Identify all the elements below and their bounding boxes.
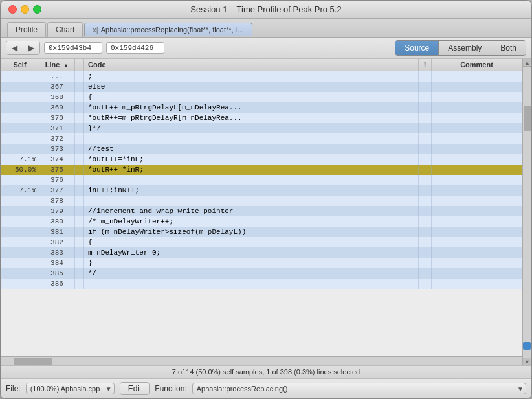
cell-spacer	[75, 206, 84, 216]
cell-self	[1, 227, 39, 237]
cell-self: 7.1%	[1, 154, 39, 165]
file-label: File:	[6, 384, 21, 393]
cell-self	[1, 196, 39, 206]
scroll-up-arrow[interactable]: ▲	[523, 59, 531, 67]
cell-bang	[419, 123, 432, 133]
table-row[interactable]: 373 //test	[1, 144, 522, 154]
cell-code: inL++;inR++;	[84, 185, 419, 196]
horizontal-scroll-thumb[interactable]	[14, 358, 52, 365]
table-row[interactable]: 381 if (m_nDelayWriter>sizeof(m_pDelayL)…	[1, 227, 522, 237]
table-row[interactable]: 50.0%375 *outR++=*inR;	[1, 165, 522, 175]
file-select[interactable]: (100.0%) Aphasia.cpp	[26, 383, 115, 394]
address-field-2[interactable]	[106, 42, 164, 54]
tab-chart[interactable]: Chart	[47, 22, 83, 37]
table-row[interactable]: 369 *outL++=m_pRtrgDelayL[m_nDelayRea...	[1, 102, 522, 113]
cell-bang	[419, 258, 432, 268]
view-btn-group: Source Assembly Both	[395, 40, 526, 56]
table-row[interactable]: 367else	[1, 82, 522, 92]
both-button[interactable]: Both	[491, 41, 526, 55]
cell-code: */	[84, 268, 419, 279]
cell-bang	[419, 247, 432, 258]
cell-self	[1, 258, 39, 268]
scroll-down-arrow[interactable]: ▼	[523, 358, 531, 365]
table-row[interactable]: 378	[1, 196, 522, 206]
table-header: Self Line ▲ Code ! Comment	[1, 59, 522, 71]
cell-spacer	[75, 279, 84, 289]
tab-profile[interactable]: Profile	[7, 22, 46, 37]
table-row[interactable]: 7.1%377 inL++;inR++;	[1, 185, 522, 196]
cell-code: /* m_nDelayWriter++;	[84, 216, 419, 227]
table-row[interactable]: 7.1%374 *outL++=*inL;	[1, 154, 522, 165]
table-row[interactable]: 384 }	[1, 258, 522, 268]
cell-comment	[432, 196, 522, 206]
cell-self	[1, 268, 39, 279]
maximize-button[interactable]	[33, 5, 41, 14]
table-row[interactable]: 379 //increment and wrap write pointer	[1, 206, 522, 216]
cell-comment	[432, 268, 522, 279]
cell-comment	[432, 123, 522, 133]
cell-spacer	[75, 165, 84, 175]
cell-line: 378	[39, 196, 75, 206]
window-title: Session 1 – Time Profile of Peak Pro 5.2	[1, 5, 531, 14]
cell-code: m_nDelayWriter=0;	[84, 247, 419, 258]
cell-self	[1, 279, 39, 289]
traffic-lights	[8, 5, 41, 14]
cell-self	[1, 237, 39, 247]
source-button[interactable]: Source	[395, 41, 439, 55]
cell-line: 383	[39, 247, 75, 258]
cell-code	[84, 196, 419, 206]
cell-code: else	[84, 82, 419, 92]
col-header-comment: Comment	[432, 59, 522, 71]
vertical-scrollbar[interactable]: ▲ ▼	[522, 59, 531, 365]
address-field-1[interactable]	[44, 42, 102, 54]
table-row[interactable]: 380/* m_nDelayWriter++;	[1, 216, 522, 227]
table-row[interactable]: 370 *outR++=m_pRtrgDelayR[m_nDelayRea...	[1, 113, 522, 123]
horizontal-scrollbar[interactable]	[1, 356, 522, 365]
cell-code: *outR++=m_pRtrgDelayR[m_nDelayRea...	[84, 113, 419, 123]
cell-spacer	[75, 71, 84, 82]
col-header-spacer	[75, 59, 84, 71]
title-bar: Session 1 – Time Profile of Peak Pro 5.2	[1, 1, 531, 19]
tab-close-icon[interactable]: x|	[93, 26, 98, 34]
cell-comment	[432, 71, 522, 82]
cell-spacer	[75, 102, 84, 113]
assembly-button[interactable]: Assembly	[439, 41, 491, 55]
cell-code: if (m_nDelayWriter>sizeof(m_pDelayL))	[84, 227, 419, 237]
cell-line: 368	[39, 92, 75, 102]
cell-bang	[419, 206, 432, 216]
table-row[interactable]: 376	[1, 175, 522, 185]
edit-button[interactable]: Edit	[120, 382, 150, 395]
tab-function[interactable]: x| Aphasia::processReplacing(float**, fl…	[84, 23, 252, 36]
forward-button[interactable]: ▶	[23, 41, 39, 54]
close-button[interactable]	[8, 5, 17, 14]
col-header-line[interactable]: Line ▲	[39, 59, 75, 71]
table-row[interactable]: 386	[1, 279, 522, 289]
back-button[interactable]: ◀	[6, 41, 23, 54]
cell-line: ...	[39, 71, 75, 82]
table-row[interactable]: ...;	[1, 71, 522, 82]
minimize-button[interactable]	[21, 5, 29, 14]
table-row[interactable]: 385*/	[1, 268, 522, 279]
col-header-code: Code	[84, 59, 419, 71]
cell-bang	[419, 216, 432, 227]
cell-comment	[432, 165, 522, 175]
cell-self	[1, 82, 39, 92]
cell-comment	[432, 279, 522, 289]
cell-spacer	[75, 113, 84, 123]
tab-bar: Profile Chart x| Aphasia::processReplaci…	[1, 19, 531, 38]
table-row[interactable]: 371 }*/	[1, 123, 522, 133]
cell-bang	[419, 227, 432, 237]
cell-line: 385	[39, 268, 75, 279]
cell-self	[1, 102, 39, 113]
table-row[interactable]: 382 {	[1, 237, 522, 247]
table-row[interactable]: 383 m_nDelayWriter=0;	[1, 247, 522, 258]
cell-code: ;	[84, 71, 419, 82]
cell-comment	[432, 247, 522, 258]
col-header-self: Self	[1, 59, 39, 71]
table-row[interactable]: 372	[1, 133, 522, 144]
vertical-scroll-thumb[interactable]	[524, 106, 531, 131]
table-body[interactable]: ...;367else368{369 *outL++=m_pRtrgDelayL…	[1, 71, 522, 356]
table-row[interactable]: 368{	[1, 92, 522, 102]
table-main: Self Line ▲ Code ! Comment ...;3	[1, 59, 522, 365]
function-select[interactable]: Aphasia::processReplacing()	[192, 383, 526, 394]
